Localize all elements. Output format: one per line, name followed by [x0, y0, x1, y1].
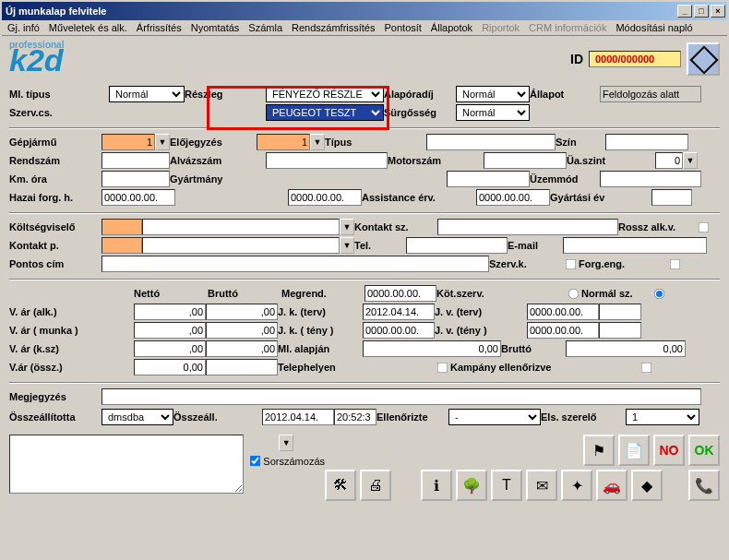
input-kontaktp[interactable]	[142, 237, 340, 254]
input-varksz-b[interactable]	[206, 340, 278, 357]
dropdown-kontaktp[interactable]: ▼	[340, 237, 354, 254]
label-varksz: V. ár (k.sz)	[9, 343, 134, 354]
label-ml-tipus: Ml. típus	[9, 89, 109, 100]
check-telephelyen[interactable]	[437, 362, 448, 373]
menu-allapotok[interactable]: Állapotok	[431, 22, 472, 33]
icon-target[interactable]: ✦	[561, 470, 592, 501]
notes-dropdown[interactable]: ▼	[279, 435, 293, 451]
icon-brand[interactable]: ◆	[631, 470, 663, 501]
menu-gjinfo[interactable]: Gj. infó	[7, 22, 40, 33]
radio-normalsz[interactable]	[654, 288, 665, 299]
input-gyartasiev[interactable]	[651, 189, 692, 206]
id-value: 0000/000000	[589, 51, 681, 67]
input-alvazszam[interactable]	[266, 152, 388, 169]
label-telephelyen: Telephelyen	[278, 362, 435, 373]
icon-tools[interactable]: 🛠	[325, 470, 356, 501]
input-gyartmany[interactable]	[447, 171, 530, 187]
input-brutto2[interactable]	[566, 340, 686, 357]
menu-modositasi[interactable]: Módosítási napló	[615, 22, 692, 33]
input-varossz-b[interactable]	[206, 359, 278, 375]
check-kampany[interactable]	[641, 362, 652, 373]
dropdown-koltsegviselo[interactable]: ▼	[340, 219, 354, 235]
icon-flag[interactable]: ⚑	[583, 435, 615, 466]
input-koltsegviselo[interactable]	[142, 219, 340, 235]
input-varalk-n[interactable]	[134, 304, 206, 320]
input-kmora[interactable]	[102, 171, 170, 187]
input-jvteny-time[interactable]	[599, 322, 641, 339]
select-alaporadij[interactable]: Normál	[456, 86, 530, 102]
menu-arfrissites[interactable]: Árfrissítés	[137, 22, 182, 33]
input-hazaiforg2[interactable]	[288, 189, 362, 206]
edit-button[interactable]	[687, 42, 720, 76]
input-mlalapjan[interactable]	[363, 340, 501, 357]
input-jvteny[interactable]	[527, 322, 599, 339]
icon-info[interactable]: ℹ	[421, 470, 452, 501]
icon-test[interactable]: T	[491, 470, 522, 501]
input-gepjarmu[interactable]	[102, 134, 155, 150]
icon-phone[interactable]: 📞	[688, 470, 720, 501]
input-varksz-n[interactable]	[134, 340, 206, 357]
dropdown-uaszint[interactable]: ▼	[683, 152, 698, 169]
input-varmunka-b[interactable]	[206, 322, 278, 339]
select-reszleg[interactable]: FÉNYEZŐ RÉSZLE	[266, 86, 384, 102]
select-elsszerelo[interactable]: 1	[626, 409, 699, 425]
input-tipus[interactable]	[426, 134, 556, 150]
input-jkterv[interactable]	[363, 304, 435, 320]
menu-muveletek[interactable]: Műveletek és alk.	[49, 22, 127, 33]
input-osszeall-date[interactable]	[262, 409, 334, 425]
input-rendszam[interactable]	[102, 152, 170, 169]
dropdown-gepjarmu[interactable]: ▼	[155, 134, 170, 150]
check-szervk[interactable]	[566, 258, 577, 269]
input-assistance[interactable]	[476, 189, 550, 206]
radio-kotszerv[interactable]	[568, 288, 580, 299]
icon-doc[interactable]: 📄	[618, 435, 650, 466]
icon-car[interactable]: 🚗	[596, 470, 627, 501]
check-forgeng[interactable]	[670, 258, 681, 269]
notes-textarea[interactable]	[9, 435, 244, 494]
input-jkteny[interactable]	[363, 322, 435, 339]
input-email[interactable]	[563, 237, 707, 254]
input-szin[interactable]	[605, 134, 688, 150]
menu-rendszamfrissites[interactable]: Rendszámfrissítés	[292, 22, 375, 33]
input-tel[interactable]	[406, 237, 508, 254]
check-rosszalk[interactable]	[699, 221, 710, 232]
menu-szamla[interactable]: Számla	[248, 22, 282, 33]
select-osszeall[interactable]: dmsdba	[102, 409, 173, 425]
input-megrend[interactable]	[364, 285, 436, 302]
menu-nyomtatas[interactable]: Nyomtatás	[191, 22, 240, 33]
select-ellenorizte[interactable]: -	[448, 409, 541, 425]
input-varalk-b[interactable]	[206, 304, 278, 320]
field-allapot	[600, 86, 701, 102]
input-osszeall-time[interactable]	[334, 409, 376, 425]
dropdown-elojegyzes[interactable]: ▼	[310, 134, 325, 150]
input-pontoscim[interactable]	[102, 256, 489, 272]
input-megjegyzes[interactable]	[102, 388, 701, 405]
minimize-button[interactable]: _	[677, 5, 692, 18]
menu-pontosit[interactable]: Pontosít	[385, 22, 422, 33]
input-hazaiforg[interactable]	[102, 189, 175, 206]
maximize-button[interactable]: □	[694, 5, 709, 18]
input-kontaktp-code[interactable]	[102, 237, 142, 254]
input-motorszam[interactable]	[484, 152, 567, 169]
input-varossz-n[interactable]	[134, 359, 206, 375]
menu-crm: CRM információk	[529, 22, 606, 33]
check-sorszamozas[interactable]	[250, 456, 261, 467]
input-uzemmod[interactable]	[600, 171, 701, 187]
ok-button[interactable]: OK	[688, 435, 720, 466]
input-kontaktsz[interactable]	[437, 219, 618, 235]
input-elojegyzes[interactable]	[257, 134, 310, 150]
menubar: Gj. infó Műveletek és alk. Árfrissítés N…	[2, 20, 727, 36]
input-koltsegviselo-code[interactable]	[102, 219, 142, 235]
no-button[interactable]: NO	[653, 435, 685, 466]
select-szervcs[interactable]: PEUGEOT TESZT	[266, 104, 384, 121]
input-jvterv-time[interactable]	[599, 304, 641, 320]
select-ml-tipus[interactable]: Normál	[109, 86, 185, 102]
select-surgosseg[interactable]: Normál	[456, 104, 530, 121]
input-varmunka-n[interactable]	[134, 322, 206, 339]
icon-print[interactable]: 🖨	[360, 470, 391, 501]
close-button[interactable]: ×	[711, 5, 725, 18]
input-uaszint[interactable]	[655, 152, 683, 169]
icon-tree[interactable]: 🌳	[456, 470, 487, 501]
icon-send[interactable]: ✉	[526, 470, 557, 501]
input-jvterv[interactable]	[527, 304, 599, 320]
